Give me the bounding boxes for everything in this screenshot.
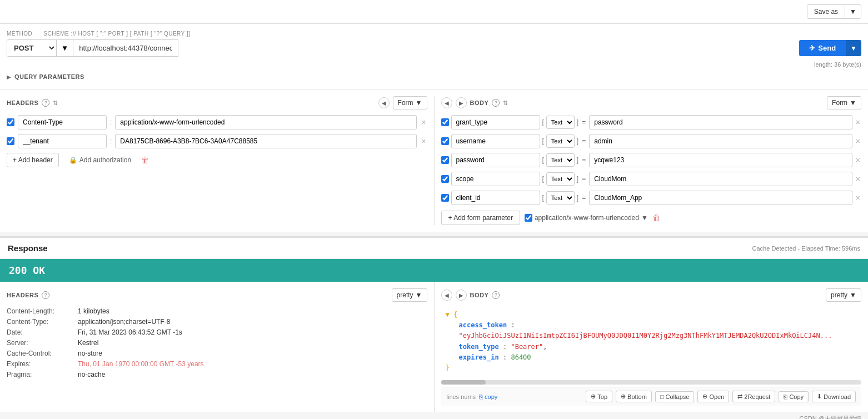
body-3-value[interactable] — [589, 172, 852, 186]
body-2-type[interactable]: Text — [546, 153, 575, 167]
header-0-delete[interactable]: × — [420, 118, 427, 127]
body-2-delete[interactable]: × — [855, 156, 861, 164]
response-headers-table: Content-Length: 1 kilobytes Content-Type… — [7, 307, 427, 378]
collapse-button[interactable]: □ Collapse — [655, 391, 694, 402]
content-type-checkbox-row: application/x-www-form-urlencoded ▼ — [525, 214, 648, 222]
body-4-checkbox[interactable] — [441, 194, 449, 202]
resp-header-val-6: no-cache — [78, 371, 105, 378]
url-container — [73, 39, 795, 57]
headers-info-icon[interactable]: ? — [42, 99, 49, 107]
method-dropdown-btn[interactable]: ▼ — [56, 40, 73, 56]
open-button[interactable]: ⊕ Open — [697, 391, 729, 402]
send-dropdown-btn[interactable]: ▼ — [846, 40, 861, 56]
download-button[interactable]: ⬇ Download — [812, 391, 856, 402]
add-form-param-button[interactable]: + Add form parameter — [441, 211, 520, 225]
body-rows: [ Text ] = × [ Text ] = × [ Te — [441, 115, 862, 205]
header-0-checkbox[interactable] — [7, 118, 14, 126]
json-collapse-icon[interactable]: ▼ — [446, 311, 450, 318]
header-1-delete[interactable]: × — [420, 137, 427, 146]
copy-small-btn[interactable]: ⎘ copy — [479, 393, 497, 400]
body-row-1: [ Text ] = × — [441, 134, 862, 148]
body-0-checkbox[interactable] — [441, 118, 449, 126]
body-sort-icon[interactable]: ⇅ — [503, 99, 508, 107]
resp-header-key-3: Server: — [7, 339, 73, 347]
body-0-delete[interactable]: × — [855, 118, 861, 127]
content-type-dropdown-arrow[interactable]: ▼ — [641, 214, 648, 222]
headers-delete-all-button[interactable]: 🗑 — [141, 156, 149, 164]
headers-panel-toggle-left[interactable]: ◀ — [378, 97, 390, 108]
header-0-value[interactable] — [115, 115, 417, 129]
send-label: Send — [818, 44, 836, 52]
save-as-btn-group[interactable]: Save as ▼ — [807, 4, 861, 19]
save-as-label[interactable]: Save as — [807, 5, 845, 18]
method-select[interactable]: POST GET PUT DELETE — [7, 40, 56, 56]
body-row-0: [ Text ] = × — [441, 115, 862, 129]
response-body-info-icon[interactable]: ? — [492, 291, 500, 299]
body-1-type[interactable]: Text — [546, 134, 575, 148]
header-row-0: : × — [7, 115, 427, 129]
header-1-checkbox[interactable] — [7, 137, 14, 145]
resp-body-toggle-right[interactable]: ▶ — [456, 290, 467, 301]
body-2-value[interactable] — [589, 153, 852, 167]
body-info-icon[interactable]: ? — [492, 99, 500, 107]
content-type-checkbox[interactable] — [525, 214, 532, 222]
add-auth-button[interactable]: 🔒 Add authorization — [63, 153, 137, 167]
body-0-value[interactable] — [589, 115, 852, 129]
resp-body-toggle-left[interactable]: ◀ — [441, 290, 452, 301]
body-delete-all-button[interactable]: 🗑 — [652, 213, 660, 222]
body-1-value[interactable] — [589, 134, 852, 148]
response-headers-info-icon[interactable]: ? — [42, 291, 49, 299]
body-row-4: [ Text ] = × — [441, 191, 862, 205]
body-2-checkbox[interactable] — [441, 156, 449, 164]
body-1-checkbox[interactable] — [441, 137, 449, 145]
response-headers-format-arrow: ▼ — [416, 291, 422, 299]
response-body-format-arrow: ▼ — [850, 291, 856, 299]
resp-header-row-2: Date: Fri, 31 Mar 2023 06:43:52 GMT -1s — [7, 328, 427, 336]
response-section: Response Cache Detected - Elapsed Time: … — [0, 236, 868, 412]
add-header-button[interactable]: + Add header — [7, 153, 59, 167]
lines-nums-label: lines nums — [447, 393, 476, 400]
open-label: Open — [709, 393, 724, 400]
response-body-scroll-track[interactable] — [441, 380, 862, 385]
url-input[interactable] — [73, 39, 178, 57]
body-4-type[interactable]: Text — [546, 191, 575, 204]
method-select-wrapper[interactable]: POST GET PUT DELETE ▼ — [7, 39, 73, 57]
to-request-button[interactable]: ⇄ 2Request — [732, 391, 775, 402]
query-params-label[interactable]: QUERY PARAMETERS — [14, 73, 84, 80]
top-button[interactable]: ⊕ Top — [586, 391, 612, 402]
body-0-type[interactable]: Text — [546, 116, 575, 129]
response-body-format-label: pretty — [831, 291, 847, 299]
headers-format-dropdown[interactable]: Form ▼ — [393, 96, 427, 109]
body-panel-toggle-right[interactable]: ▶ — [456, 97, 467, 108]
header-1-colon: : — [110, 137, 112, 145]
save-as-dropdown-arrow[interactable]: ▼ — [845, 5, 861, 18]
body-3-delete[interactable]: × — [855, 174, 861, 183]
copy-button[interactable]: ⎘ Copy — [779, 391, 809, 402]
body-2-key[interactable] — [451, 153, 540, 167]
headers-sort-icon[interactable]: ⇅ — [53, 99, 58, 107]
body-1-key[interactable] — [451, 134, 540, 148]
download-icon: ⬇ — [817, 393, 822, 400]
send-button[interactable]: ✈ Send — [799, 40, 846, 56]
response-headers-format-label: pretty — [397, 291, 413, 299]
body-4-value[interactable] — [589, 191, 852, 205]
header-1-value[interactable] — [115, 134, 417, 148]
body-3-key[interactable] — [451, 172, 540, 186]
query-params-row[interactable]: ▶ QUERY PARAMETERS — [7, 71, 861, 82]
body-format-dropdown[interactable]: Form ▼ — [827, 96, 861, 109]
body-1-delete[interactable]: × — [855, 137, 861, 146]
body-3-type[interactable]: Text — [546, 172, 575, 186]
bottom-button[interactable]: ⊕ Bottom — [616, 391, 652, 402]
body-0-key[interactable] — [451, 115, 540, 129]
body-3-checkbox[interactable] — [441, 175, 449, 183]
body-row-2: [ Text ] = × — [441, 153, 862, 167]
response-headers-format-dropdown[interactable]: pretty ▼ — [392, 288, 427, 302]
response-body-scroll-thumb[interactable] — [441, 380, 486, 385]
header-1-key[interactable] — [18, 134, 107, 148]
header-0-key[interactable] — [18, 115, 107, 129]
response-body-format-dropdown[interactable]: pretty ▼ — [826, 288, 861, 302]
body-panel-toggle-left[interactable]: ◀ — [441, 97, 452, 108]
body-4-delete[interactable]: × — [855, 193, 861, 202]
method-label: METHOD — [7, 31, 32, 37]
body-4-key[interactable] — [451, 191, 540, 205]
